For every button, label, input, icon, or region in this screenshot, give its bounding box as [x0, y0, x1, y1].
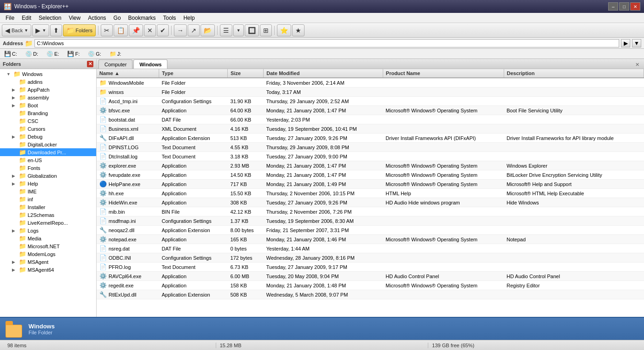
expand-assembly-icon[interactable]: ▶: [12, 95, 17, 100]
menu-tools[interactable]: Tools: [160, 14, 180, 22]
folders-button[interactable]: 📁 Folders: [63, 24, 96, 36]
col-description[interactable]: Description: [504, 69, 644, 78]
tree-item-help[interactable]: ▶ 📁 Help: [0, 180, 96, 187]
table-row[interactable]: 📄PFRO.log Text Document 6.73 KB Tuesday,…: [97, 262, 644, 272]
table-row[interactable]: 🔵HelpPane.exe Application 717 KB Monday,…: [97, 180, 644, 189]
table-row[interactable]: ⚙️HideWin.exe Application 308 KB Tuesday…: [97, 198, 644, 207]
tree-item-microsoft-net[interactable]: 📁 Microsoft.NET: [0, 242, 96, 250]
menu-bookmarks[interactable]: Bookmarks: [125, 14, 160, 22]
table-row[interactable]: ⚙️explorer.exe Application 2.93 MB Monda…: [97, 161, 644, 170]
table-row[interactable]: 🔧neoqaz2.dll Application Extension 8.00 …: [97, 226, 644, 235]
minimize-button[interactable]: –: [608, 2, 618, 11]
tree-item-en-us[interactable]: 📁 en-US: [0, 156, 96, 164]
menu-edit[interactable]: Edit: [18, 14, 35, 22]
close-all-tabs-button[interactable]: ✕: [632, 61, 642, 69]
view-details-button[interactable]: 🔲: [245, 24, 259, 36]
expand-msagent64-icon[interactable]: ▶: [12, 268, 17, 272]
tree-item-ime[interactable]: 📁 IME: [0, 187, 96, 195]
drive-c[interactable]: 💾 C:: [2, 50, 19, 58]
tree-item-logs[interactable]: ▶ 📁 Logs: [0, 227, 96, 234]
table-row[interactable]: ⚙️notepad.exe Application 165 KB Monday,…: [97, 235, 644, 244]
delete-button[interactable]: ✕: [144, 24, 156, 36]
bookmark2-button[interactable]: ★: [292, 24, 305, 36]
move-to-button[interactable]: ↗: [188, 24, 200, 36]
table-row[interactable]: 📄mib.bin BIN File 42.12 KB Thursday, 2 N…: [97, 207, 644, 216]
table-row[interactable]: ⚙️RAVCpl64.exe Application 6.00 MB Tuesd…: [97, 272, 644, 281]
table-row[interactable]: 📄DPINST.LOG Text Document 4.55 KB Thursd…: [97, 143, 644, 152]
tree-item-addins[interactable]: 📁 addins: [0, 78, 96, 86]
copy-button[interactable]: 📋: [114, 24, 128, 36]
folders-tree[interactable]: ▼ 📁 Windows 📁 addins ▶ 📁 AppPatch ▶ 📁 as…: [0, 69, 96, 317]
view-dropdown-button[interactable]: ▼: [233, 24, 244, 36]
table-row[interactable]: ⚙️fveupdate.exe Application 14.50 KB Mon…: [97, 170, 644, 180]
expand-msagent-icon[interactable]: ▶: [12, 260, 17, 264]
menu-file[interactable]: File: [2, 14, 18, 22]
table-row[interactable]: 🔧RtlExUpd.dll Application Extension 508 …: [97, 290, 644, 299]
cut-button[interactable]: ✂: [101, 24, 113, 36]
table-row[interactable]: 📄ODBC.INI Configuration Settings 172 byt…: [97, 253, 644, 262]
tree-item-cursors[interactable]: 📁 Cursors: [0, 125, 96, 133]
table-row[interactable]: 📄Business.xml XML Document 4.16 KB Tuesd…: [97, 124, 644, 134]
tree-item-fonts[interactable]: 📁 Fonts: [0, 164, 96, 172]
drive-f[interactable]: 💾 F:: [65, 50, 82, 58]
view-icons-button[interactable]: ⊞: [260, 24, 272, 36]
table-row[interactable]: 📄nsreg.dat DAT File 0 bytes Yesterday, 1…: [97, 244, 644, 253]
col-type[interactable]: Type: [159, 69, 227, 78]
address-input[interactable]: [34, 39, 619, 47]
tree-item-media[interactable]: 📁 Media: [0, 234, 96, 242]
maximize-button[interactable]: □: [619, 2, 629, 11]
col-name[interactable]: Name ▲: [97, 69, 159, 78]
table-row[interactable]: 📁WindowsMobile File Folder Friday, 3 Nov…: [97, 78, 644, 88]
expand-debug-icon[interactable]: ▶: [12, 134, 17, 139]
menu-actions[interactable]: Actions: [84, 14, 109, 22]
tree-item-installer[interactable]: 📁 Installer: [0, 203, 96, 211]
tree-item-apppatch[interactable]: ▶ 📁 AppPatch: [0, 86, 96, 93]
table-row[interactable]: 📄msdfmap.ini Configuration Settings 1.37…: [97, 216, 644, 226]
table-row[interactable]: 📄DtcInstall.log Text Document 3.18 KB Tu…: [97, 152, 644, 161]
drive-g[interactable]: 💿 G:: [86, 50, 104, 58]
menu-view[interactable]: View: [65, 14, 84, 22]
table-row[interactable]: 📄Ascd_tmp.ini Configuration Settings 31.…: [97, 97, 644, 106]
expand-windows-icon[interactable]: ▼: [6, 72, 12, 76]
expand-logs-icon[interactable]: ▶: [12, 228, 17, 233]
table-row[interactable]: ⚙️hh.exe Application 15.50 KB Thursday, …: [97, 189, 644, 198]
address-go-button[interactable]: ▶: [621, 39, 630, 47]
forward-button[interactable]: ▶ ▼: [32, 24, 49, 36]
table-row[interactable]: 📁winsxs File Folder Today, 3:17 AM: [97, 88, 644, 97]
table-row[interactable]: 📄bootstat.dat DAT File 66.00 KB Yesterda…: [97, 115, 644, 124]
bookmark-button[interactable]: ⭐: [277, 24, 291, 36]
forward-dropdown-icon[interactable]: ▼: [42, 28, 46, 33]
menu-go[interactable]: Go: [110, 14, 125, 22]
tree-item-csc[interactable]: 📁 CSC: [0, 117, 96, 125]
drive-e[interactable]: 💿 E:: [44, 50, 61, 58]
table-row[interactable]: ⚙️bfsvc.exe Application 64.00 KB Monday,…: [97, 106, 644, 115]
view-dropdown-arrow[interactable]: ▼: [236, 28, 241, 33]
paste-button[interactable]: 📌: [129, 24, 143, 36]
col-product[interactable]: Product Name: [383, 69, 504, 78]
tree-item-windows[interactable]: ▼ 📁 Windows: [0, 70, 96, 78]
copy-to-button[interactable]: →: [174, 24, 187, 36]
drive-d[interactable]: 💿 D:: [23, 50, 40, 58]
col-size[interactable]: Size: [228, 69, 264, 78]
table-row[interactable]: ⚙️regedit.exe Application 158 KB Monday,…: [97, 281, 644, 290]
folders-close-button[interactable]: ✕: [87, 61, 93, 67]
file-list[interactable]: Name ▲ Type Size Date Modified Product N…: [97, 69, 644, 317]
menu-help[interactable]: Help: [180, 14, 199, 22]
drive-j[interactable]: 📁 J:: [107, 50, 124, 58]
expand-boot-icon[interactable]: ▶: [12, 103, 17, 108]
col-date[interactable]: Date Modified: [264, 69, 383, 78]
table-row[interactable]: 🔧DIFxAPI.dll Application Extension 513 K…: [97, 134, 644, 143]
tab-windows[interactable]: Windows: [133, 59, 167, 69]
properties-button[interactable]: ✔: [157, 24, 169, 36]
tab-computer[interactable]: Computer: [98, 59, 132, 69]
tree-item-downloaded[interactable]: 📁 Downloaded Pr...: [0, 148, 96, 156]
up-button[interactable]: ⬆: [50, 24, 62, 36]
tree-item-debug[interactable]: ▶ 📁 Debug: [0, 133, 96, 140]
expand-apppatch-icon[interactable]: ▶: [12, 88, 17, 92]
close-button[interactable]: ✕: [630, 2, 640, 11]
tree-item-livekernelrepo[interactable]: 📁 LiveKernelRepo...: [0, 219, 96, 227]
expand-globalization-icon[interactable]: ▶: [12, 174, 17, 178]
tree-item-msagent[interactable]: ▶ 📁 MSAgent: [0, 258, 96, 266]
new-folder-button[interactable]: 📂: [201, 24, 215, 36]
expand-help-icon[interactable]: ▶: [12, 181, 17, 186]
